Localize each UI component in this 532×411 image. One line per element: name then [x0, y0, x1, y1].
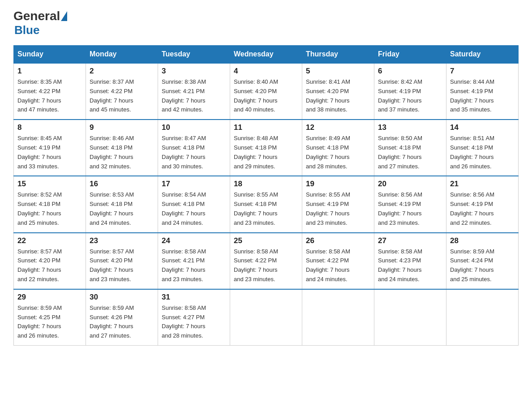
calendar-day-cell: 15Sunrise: 8:52 AMSunset: 4:18 PMDayligh… [14, 176, 86, 232]
day-info: Sunrise: 8:37 AMSunset: 4:22 PMDaylight:… [90, 77, 154, 115]
weekday-header-wednesday: Wednesday [230, 46, 302, 64]
weekday-header-thursday: Thursday [302, 46, 374, 64]
calendar-week-row: 22Sunrise: 8:57 AMSunset: 4:20 PMDayligh… [14, 233, 519, 289]
calendar-day-cell: 3Sunrise: 8:38 AMSunset: 4:21 PMDaylight… [158, 63, 230, 120]
calendar-day-cell: 21Sunrise: 8:56 AMSunset: 4:19 PMDayligh… [446, 176, 519, 232]
weekday-header-saturday: Saturday [446, 46, 519, 64]
calendar-empty-cell [302, 289, 374, 346]
day-info: Sunrise: 8:59 AMSunset: 4:25 PMDaylight:… [17, 304, 82, 341]
calendar-day-cell: 8Sunrise: 8:45 AMSunset: 4:19 PMDaylight… [14, 120, 86, 176]
day-number: 8 [17, 123, 82, 132]
calendar-day-cell: 24Sunrise: 8:58 AMSunset: 4:21 PMDayligh… [158, 233, 230, 289]
day-number: 27 [378, 236, 442, 245]
day-info: Sunrise: 8:53 AMSunset: 4:18 PMDaylight:… [90, 190, 154, 227]
day-number: 2 [90, 67, 154, 76]
calendar-day-cell: 4Sunrise: 8:40 AMSunset: 4:20 PMDaylight… [230, 63, 302, 120]
day-number: 6 [378, 67, 442, 76]
calendar-day-cell: 31Sunrise: 8:58 AMSunset: 4:27 PMDayligh… [158, 289, 230, 346]
calendar-day-cell: 16Sunrise: 8:53 AMSunset: 4:18 PMDayligh… [86, 176, 158, 232]
day-info: Sunrise: 8:48 AMSunset: 4:18 PMDaylight:… [234, 134, 298, 171]
page-header: General Blue [13, 9, 519, 37]
day-number: 23 [90, 236, 154, 245]
day-info: Sunrise: 8:42 AMSunset: 4:19 PMDaylight:… [378, 77, 442, 115]
weekday-header-row: SundayMondayTuesdayWednesdayThursdayFrid… [14, 46, 519, 64]
day-info: Sunrise: 8:57 AMSunset: 4:20 PMDaylight:… [17, 247, 82, 284]
day-number: 21 [450, 180, 515, 188]
day-number: 9 [90, 123, 154, 132]
day-number: 1 [17, 67, 82, 76]
day-info: Sunrise: 8:59 AMSunset: 4:26 PMDaylight:… [90, 304, 154, 341]
calendar-day-cell: 30Sunrise: 8:59 AMSunset: 4:26 PMDayligh… [86, 289, 158, 346]
calendar-day-cell: 10Sunrise: 8:47 AMSunset: 4:18 PMDayligh… [158, 120, 230, 176]
day-info: Sunrise: 8:35 AMSunset: 4:22 PMDaylight:… [17, 77, 82, 115]
day-number: 29 [17, 293, 82, 302]
day-info: Sunrise: 8:54 AMSunset: 4:18 PMDaylight:… [162, 190, 226, 227]
day-info: Sunrise: 8:57 AMSunset: 4:20 PMDaylight:… [90, 247, 154, 284]
weekday-header-friday: Friday [374, 46, 446, 64]
calendar-day-cell: 26Sunrise: 8:58 AMSunset: 4:22 PMDayligh… [302, 233, 374, 289]
calendar-empty-cell [374, 289, 446, 346]
calendar-day-cell: 6Sunrise: 8:42 AMSunset: 4:19 PMDaylight… [374, 63, 446, 120]
day-number: 26 [306, 236, 370, 245]
calendar-week-row: 15Sunrise: 8:52 AMSunset: 4:18 PMDayligh… [14, 176, 519, 232]
calendar-week-row: 29Sunrise: 8:59 AMSunset: 4:25 PMDayligh… [14, 289, 519, 346]
day-info: Sunrise: 8:41 AMSunset: 4:20 PMDaylight:… [306, 77, 370, 115]
calendar-day-cell: 5Sunrise: 8:41 AMSunset: 4:20 PMDaylight… [302, 63, 374, 120]
day-number: 14 [450, 123, 515, 132]
day-number: 20 [378, 180, 442, 188]
day-info: Sunrise: 8:47 AMSunset: 4:18 PMDaylight:… [162, 134, 226, 171]
day-info: Sunrise: 8:55 AMSunset: 4:19 PMDaylight:… [306, 190, 370, 227]
day-info: Sunrise: 8:58 AMSunset: 4:21 PMDaylight:… [162, 247, 226, 284]
day-number: 15 [17, 180, 82, 188]
day-info: Sunrise: 8:50 AMSunset: 4:18 PMDaylight:… [378, 134, 442, 171]
day-info: Sunrise: 8:59 AMSunset: 4:24 PMDaylight:… [450, 247, 515, 284]
logo-blue-text: Blue [13, 23, 39, 37]
calendar-day-cell: 19Sunrise: 8:55 AMSunset: 4:19 PMDayligh… [302, 176, 374, 232]
day-number: 31 [162, 293, 226, 302]
calendar-day-cell: 28Sunrise: 8:59 AMSunset: 4:24 PMDayligh… [446, 233, 519, 289]
calendar-empty-cell [230, 289, 302, 346]
day-info: Sunrise: 8:46 AMSunset: 4:18 PMDaylight:… [90, 134, 154, 171]
day-number: 19 [306, 180, 370, 188]
day-info: Sunrise: 8:40 AMSunset: 4:20 PMDaylight:… [234, 77, 298, 115]
calendar-day-cell: 14Sunrise: 8:51 AMSunset: 4:18 PMDayligh… [446, 120, 519, 176]
day-number: 30 [90, 293, 154, 302]
calendar-day-cell: 29Sunrise: 8:59 AMSunset: 4:25 PMDayligh… [14, 289, 86, 346]
day-number: 5 [306, 67, 370, 76]
day-info: Sunrise: 8:58 AMSunset: 4:22 PMDaylight:… [306, 247, 370, 284]
day-number: 25 [234, 236, 298, 245]
day-info: Sunrise: 8:56 AMSunset: 4:19 PMDaylight:… [450, 190, 515, 227]
weekday-header-monday: Monday [86, 46, 158, 64]
logo-general-text: General [13, 9, 60, 23]
calendar-day-cell: 25Sunrise: 8:58 AMSunset: 4:22 PMDayligh… [230, 233, 302, 289]
day-info: Sunrise: 8:55 AMSunset: 4:18 PMDaylight:… [234, 190, 298, 227]
day-number: 18 [234, 180, 298, 188]
calendar-day-cell: 20Sunrise: 8:56 AMSunset: 4:19 PMDayligh… [374, 176, 446, 232]
calendar-week-row: 1Sunrise: 8:35 AMSunset: 4:22 PMDaylight… [14, 63, 519, 120]
calendar-day-cell: 12Sunrise: 8:49 AMSunset: 4:18 PMDayligh… [302, 120, 374, 176]
calendar-day-cell: 13Sunrise: 8:50 AMSunset: 4:18 PMDayligh… [374, 120, 446, 176]
day-number: 3 [162, 67, 226, 76]
day-number: 22 [17, 236, 82, 245]
calendar-day-cell: 7Sunrise: 8:44 AMSunset: 4:19 PMDaylight… [446, 63, 519, 120]
logo-triangle-icon [61, 11, 67, 21]
day-info: Sunrise: 8:38 AMSunset: 4:21 PMDaylight:… [162, 77, 226, 115]
calendar-week-row: 8Sunrise: 8:45 AMSunset: 4:19 PMDaylight… [14, 120, 519, 176]
day-number: 12 [306, 123, 370, 132]
day-number: 13 [378, 123, 442, 132]
day-info: Sunrise: 8:58 AMSunset: 4:23 PMDaylight:… [378, 247, 442, 284]
logo: General Blue [13, 9, 68, 37]
day-info: Sunrise: 8:51 AMSunset: 4:18 PMDaylight:… [450, 134, 515, 171]
day-info: Sunrise: 8:45 AMSunset: 4:19 PMDaylight:… [17, 134, 82, 171]
day-number: 10 [162, 123, 226, 132]
day-info: Sunrise: 8:58 AMSunset: 4:27 PMDaylight:… [162, 304, 226, 341]
day-info: Sunrise: 8:52 AMSunset: 4:18 PMDaylight:… [17, 190, 82, 227]
calendar-day-cell: 27Sunrise: 8:58 AMSunset: 4:23 PMDayligh… [374, 233, 446, 289]
calendar-empty-cell [446, 289, 519, 346]
day-number: 17 [162, 180, 226, 188]
day-number: 24 [162, 236, 226, 245]
calendar-day-cell: 22Sunrise: 8:57 AMSunset: 4:20 PMDayligh… [14, 233, 86, 289]
calendar-day-cell: 11Sunrise: 8:48 AMSunset: 4:18 PMDayligh… [230, 120, 302, 176]
day-number: 28 [450, 236, 515, 245]
day-info: Sunrise: 8:58 AMSunset: 4:22 PMDaylight:… [234, 247, 298, 284]
